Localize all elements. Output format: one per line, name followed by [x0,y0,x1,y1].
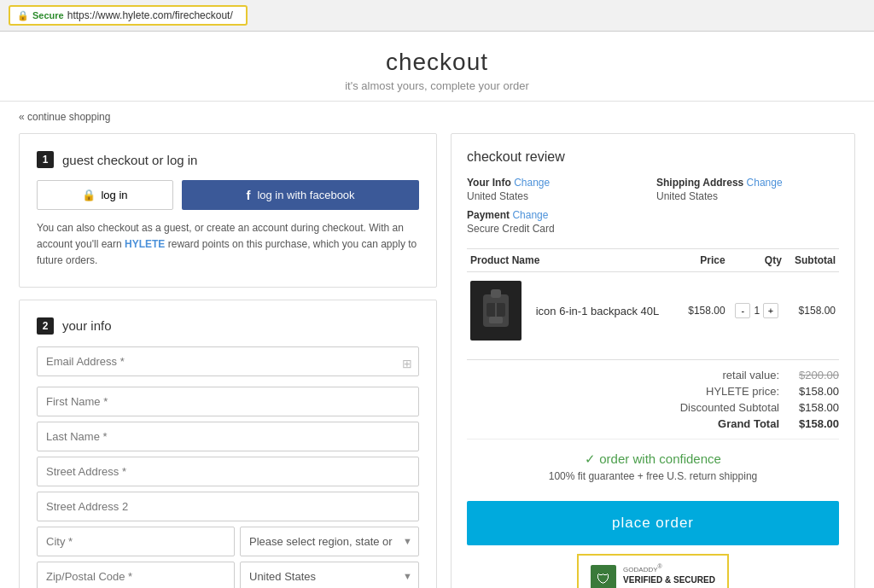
payment-change-link[interactable]: Change [512,209,548,221]
city-state-row: Please select region, state or province … [37,527,419,556]
product-subtotal: $158.00 [799,305,836,317]
left-column: 1 guest checkout or log in 🔒 log in f lo… [19,133,437,588]
secure-label: Secure [32,10,64,20]
info-grid: Your Info Change United States Shipping … [467,177,839,235]
facebook-label: log in with facebook [257,189,354,201]
svg-rect-1 [491,289,501,298]
country-select-wrap: United States ▼ [240,562,419,588]
street-address-field[interactable] [37,457,419,486]
retail-value: $200.00 [788,369,839,381]
city-field[interactable] [37,527,235,556]
badge-text: GODADDY® VERIFIED & SECURED VERIFY SECUR… [623,562,715,588]
svg-rect-3 [489,317,503,323]
main-content: continue shopping 1 guest checkout or lo… [6,102,868,588]
discounted-label: Discounted Subtotal [660,401,779,414]
state-select[interactable]: Please select region, state or province [240,527,419,556]
subtotal-header: Subtotal [785,249,839,272]
shipping-value: United States [656,190,839,202]
product-subtotal-cell: $158.00 [785,272,839,350]
product-name-cell: icon 6-in-1 backpack 40L [533,272,679,350]
your-info-label: your info [62,318,112,333]
lock-icon: 🔒 [17,10,29,21]
qty-decrease-button[interactable]: - [735,303,750,318]
guest-info-text: You can also checkout as a guest, or cre… [37,220,419,270]
product-price: $158.00 [688,305,725,317]
your-info-cell: Your Info Change United States [467,177,650,202]
shipping-change-link[interactable]: Change [747,177,783,189]
checkout-review-box: checkout review Your Info Change United … [451,133,855,588]
payment-label-row: Payment Change [467,209,650,221]
page-title: checkout [0,49,874,76]
login-label: log in [101,189,127,201]
table-row: icon 6-in-1 backpack 40L $158.00 - 1 + [467,272,839,350]
price-header: Price [679,249,729,272]
login-lock-icon: 🔒 [82,189,96,201]
qty-increase-button[interactable]: + [763,303,778,318]
checkout-layout: 1 guest checkout or log in 🔒 log in f lo… [19,133,855,588]
discounted-value: $158.00 [788,401,839,414]
product-qty-cell: - 1 + [729,272,785,350]
retail-label: retail value: [660,369,779,381]
address-bar[interactable]: 🔒 Secure https://www.hylete.com/firechec… [9,5,248,26]
checkmark-icon: ✓ [585,451,596,466]
godaddy-badge[interactable]: 🛡 GODADDY® VERIFIED & SECURED VERIFY SEC… [577,554,729,588]
security-badge-wrap: 🛡 GODADDY® VERIFIED & SECURED VERIFY SEC… [467,554,839,588]
table-header-row: Product Name Price Qty Subtotal [467,249,839,272]
guest-section-label: guest checkout or log in [62,153,197,167]
your-info-label-row: Your Info Change [467,177,650,189]
facebook-icon: f [246,188,250,202]
step-1-badge: 1 [37,151,54,168]
first-name-field[interactable] [37,387,419,416]
grand-total-value: $158.00 [788,417,839,430]
retail-row: retail value: $200.00 [467,369,839,381]
step-2-badge: 2 [37,317,54,335]
qty-value: 1 [754,305,760,317]
confidence-subtitle: 100% fit guarantee + free U.S. return sh… [467,470,839,482]
product-name: icon 6-in-1 backpack 40L [536,305,660,317]
product-price-cell: $158.00 [679,272,729,350]
zip-country-row: United States ▼ [37,562,419,588]
auth-buttons: 🔒 log in f log in with facebook [37,180,419,210]
verified-label: VERIFIED & SECURED [623,574,715,586]
continue-shopping-link[interactable]: continue shopping [19,111,110,123]
email-icon: ⊞ [402,357,412,370]
zip-field[interactable] [37,562,235,588]
place-order-button[interactable]: place order [467,501,839,545]
price-summary: retail value: $200.00 HYLETE price: $158… [467,359,839,430]
shipping-label: Shipping Address [656,177,743,189]
hylete-link[interactable]: HYLETE [125,238,165,250]
hylete-price-value: $158.00 [788,385,839,398]
payment-cell: Payment Change Secure Credit Card [467,209,650,235]
shipping-label-row: Shipping Address Change [656,177,839,189]
product-image-cell [467,272,533,350]
page-subtitle: it's almost yours, complete your order [0,79,874,92]
right-column: checkout review Your Info Change United … [451,133,855,588]
browser-bar: 🔒 Secure https://www.hylete.com/firechec… [0,0,874,32]
confidence-title-text: order with confidence [599,451,721,466]
godaddy-label: GODADDY® [623,562,715,574]
payment-label: Payment [467,209,510,221]
state-select-wrap: Please select region, state or province … [240,527,419,556]
country-select[interactable]: United States [240,562,419,588]
your-info-title: 2 your info [37,317,419,335]
qty-header: Qty [729,249,785,272]
confidence-title: ✓ order with confidence [467,451,839,467]
payment-value: Secure Credit Card [467,223,650,235]
facebook-login-button[interactable]: f log in with facebook [182,180,419,210]
email-field[interactable] [37,346,419,376]
your-info-change-link[interactable]: Change [514,177,550,189]
qty-controls: - 1 + [732,303,782,318]
grand-total-label: Grand Total [660,417,779,430]
shipping-cell: Shipping Address Change United States [656,177,839,202]
shield-icon: 🛡 [591,565,616,588]
review-title: checkout review [467,149,839,165]
product-table: Product Name Price Qty Subtotal [467,248,839,349]
last-name-field[interactable] [37,422,419,451]
your-info-label: Your Info [467,177,511,189]
hylete-price-label: HYLETE price: [660,385,779,398]
login-button[interactable]: 🔒 log in [37,180,173,210]
your-info-section: 2 your info ⊞ Please select region, stat… [19,300,437,588]
grand-total-row: Grand Total $158.00 [467,417,839,430]
guest-checkout-section: 1 guest checkout or log in 🔒 log in f lo… [19,133,437,288]
street-address2-field[interactable] [37,492,419,521]
